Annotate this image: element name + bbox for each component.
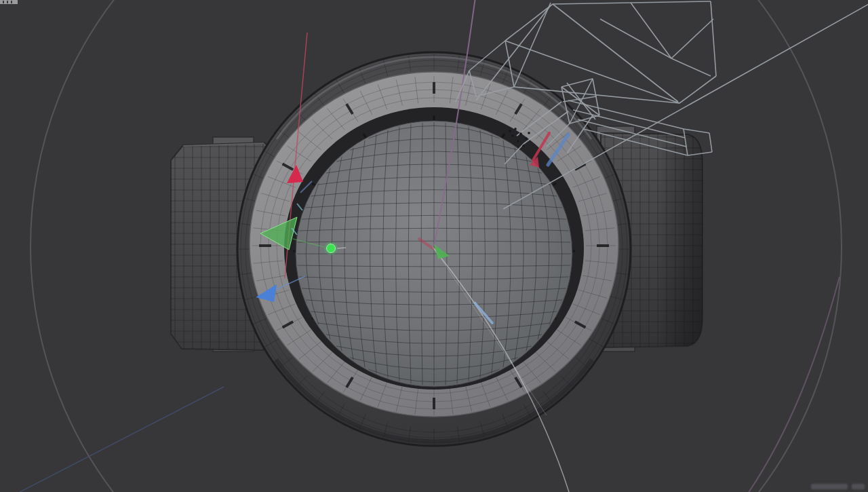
ground-axis-line <box>5 387 224 492</box>
watermark-text-illegible <box>811 484 865 489</box>
ui-corner-fragment <box>0 0 18 4</box>
point-tag-line <box>337 248 346 248</box>
construction-arc-purple <box>748 277 840 492</box>
viewport-3d[interactable] <box>0 0 868 492</box>
selected-point-handle[interactable] <box>327 244 336 253</box>
